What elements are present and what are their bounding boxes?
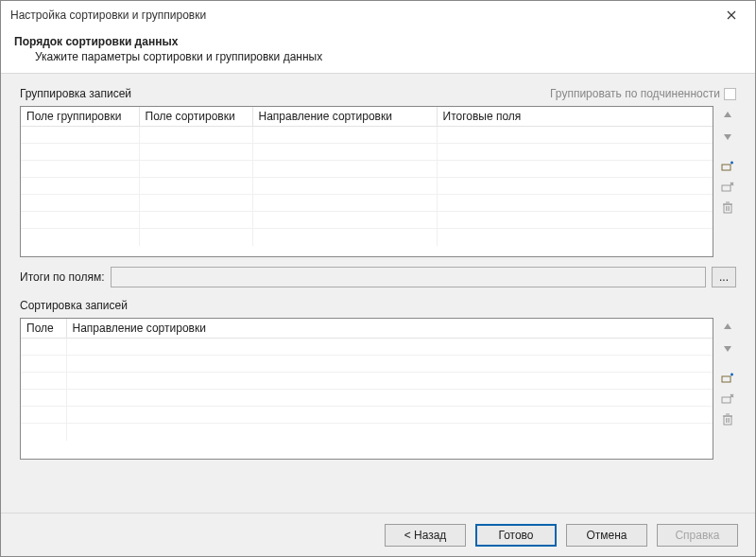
table-row[interactable] <box>21 212 713 229</box>
move-down-button[interactable] <box>720 129 735 144</box>
remove-row-button[interactable] <box>720 392 735 407</box>
totals-label: Итоги по полям: <box>20 270 105 284</box>
window-title: Настройка сортировки и группировки <box>10 9 715 22</box>
table-row[interactable] <box>21 127 713 144</box>
svg-rect-3 <box>722 376 730 382</box>
footer: < Назад Готово Отмена Справка <box>1 513 755 556</box>
grouping-header-row: Группировка записей Группировать по подч… <box>20 87 736 100</box>
table-row[interactable] <box>21 390 713 407</box>
dialog-window: Настройка сортировки и группировки Поряд… <box>0 0 756 557</box>
arrow-down-icon <box>722 131 733 142</box>
totals-row: Итоги по полям: ... <box>20 267 736 287</box>
subheader-heading: Порядок сортировки данных <box>14 35 742 48</box>
col-sort-field[interactable]: Поле сортировки <box>139 107 252 127</box>
table-row[interactable] <box>21 161 713 178</box>
table-row[interactable] <box>21 424 713 441</box>
grouping-grid[interactable]: Поле группировки Поле сортировки Направл… <box>20 106 713 257</box>
table-row[interactable] <box>21 229 713 246</box>
svg-rect-4 <box>722 397 730 403</box>
main-panel: Группировка записей Группировать по подч… <box>1 74 755 513</box>
clear-all-button[interactable] <box>720 200 735 216</box>
grouping-grid-row: Поле группировки Поле сортировки Направл… <box>20 106 736 257</box>
subheader: Порядок сортировки данных Укажите параме… <box>1 29 755 74</box>
finish-button[interactable]: Готово <box>475 524 557 547</box>
svg-rect-1 <box>722 185 730 191</box>
close-button[interactable] <box>715 4 747 26</box>
add-row-icon <box>721 373 734 384</box>
trash-icon <box>722 201 733 215</box>
close-icon <box>727 10 736 20</box>
titlebar: Настройка сортировки и группировки <box>1 1 755 29</box>
sorting-grid[interactable]: Поле Направление сортировки <box>20 318 713 460</box>
arrow-up-icon <box>722 322 733 333</box>
sorting-grid-row: Поле Направление сортировки <box>20 318 736 460</box>
add-row-icon <box>721 161 734 172</box>
add-row-button[interactable] <box>720 371 735 386</box>
cancel-button[interactable]: Отмена <box>566 524 647 547</box>
group-by-subordination-label: Группировать по подчиненности <box>550 87 720 100</box>
subheader-desc: Укажите параметры сортировки и группиров… <box>14 50 742 63</box>
help-button: Справка <box>657 524 738 547</box>
table-row[interactable] <box>21 339 713 356</box>
table-row[interactable] <box>21 373 713 390</box>
remove-row-icon <box>721 393 734 405</box>
table-row[interactable] <box>21 407 713 424</box>
grouping-side-toolbar <box>719 106 736 257</box>
move-down-button[interactable] <box>720 340 735 356</box>
col-sort-dir-2[interactable]: Направление сортировки <box>66 319 713 339</box>
totals-browse-button[interactable]: ... <box>712 267 736 287</box>
checkbox-icon <box>724 88 736 100</box>
col-group-field[interactable]: Поле группировки <box>21 107 139 127</box>
add-row-button[interactable] <box>720 159 735 174</box>
col-field[interactable]: Поле <box>21 319 66 339</box>
col-sort-dir[interactable]: Направление сортировки <box>252 107 437 127</box>
col-totals[interactable]: Итоговые поля <box>437 107 713 127</box>
remove-row-button[interactable] <box>720 180 735 195</box>
remove-row-icon <box>721 182 734 193</box>
move-up-button[interactable] <box>720 108 735 123</box>
sorting-side-toolbar <box>719 318 736 460</box>
table-row[interactable] <box>21 195 713 212</box>
svg-rect-0 <box>722 165 730 170</box>
move-up-button[interactable] <box>720 320 735 335</box>
table-row[interactable] <box>21 178 713 195</box>
sorting-label: Сортировка записей <box>20 299 736 312</box>
clear-all-button[interactable] <box>720 412 735 427</box>
table-row[interactable] <box>21 356 713 373</box>
totals-input[interactable] <box>111 267 706 287</box>
arrow-down-icon <box>722 342 733 354</box>
grouping-label: Группировка записей <box>20 87 131 100</box>
trash-icon <box>722 413 733 426</box>
arrow-up-icon <box>722 110 733 121</box>
back-button[interactable]: < Назад <box>385 524 466 547</box>
group-by-subordination-checkbox[interactable]: Группировать по подчиненности <box>550 87 736 100</box>
table-row[interactable] <box>21 144 713 161</box>
